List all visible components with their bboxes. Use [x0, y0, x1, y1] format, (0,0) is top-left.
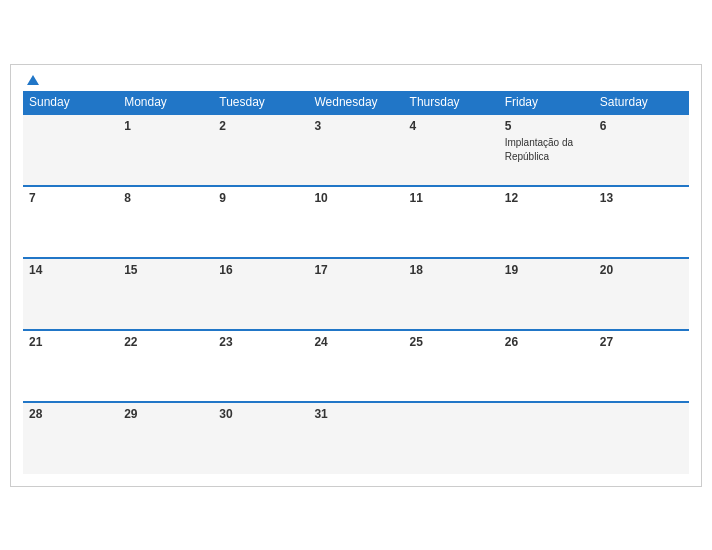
calendar-cell: 14 [23, 258, 118, 330]
weekday-header-saturday: Saturday [594, 91, 689, 114]
calendar-cell: 15 [118, 258, 213, 330]
day-number: 17 [314, 263, 397, 277]
calendar-cell: 29 [118, 402, 213, 474]
calendar-cell: 7 [23, 186, 118, 258]
calendar-cell: 31 [308, 402, 403, 474]
calendar-cell: 6 [594, 114, 689, 186]
calendar-cell: 4 [404, 114, 499, 186]
day-number: 31 [314, 407, 397, 421]
day-number: 15 [124, 263, 207, 277]
logo [23, 75, 39, 85]
calendar-cell: 24 [308, 330, 403, 402]
calendar-cell: 28 [23, 402, 118, 474]
weekday-header-tuesday: Tuesday [213, 91, 308, 114]
weekday-header-friday: Friday [499, 91, 594, 114]
weekday-header-sunday: Sunday [23, 91, 118, 114]
day-number: 11 [410, 191, 493, 205]
day-number: 8 [124, 191, 207, 205]
week-row-1: 12345Implantação da República6 [23, 114, 689, 186]
weekday-header-monday: Monday [118, 91, 213, 114]
day-number: 22 [124, 335, 207, 349]
day-number: 16 [219, 263, 302, 277]
day-number: 30 [219, 407, 302, 421]
day-number: 1 [124, 119, 207, 133]
day-number: 25 [410, 335, 493, 349]
day-number: 20 [600, 263, 683, 277]
day-number: 28 [29, 407, 112, 421]
calendar-cell: 25 [404, 330, 499, 402]
calendar-cell: 26 [499, 330, 594, 402]
calendar-cell: 22 [118, 330, 213, 402]
calendar-cell: 3 [308, 114, 403, 186]
day-number: 21 [29, 335, 112, 349]
calendar-cell: 5Implantação da República [499, 114, 594, 186]
day-number: 24 [314, 335, 397, 349]
calendar-cell: 30 [213, 402, 308, 474]
calendar-cell: 20 [594, 258, 689, 330]
day-number: 7 [29, 191, 112, 205]
day-number: 13 [600, 191, 683, 205]
calendar-header [23, 75, 689, 85]
calendar: SundayMondayTuesdayWednesdayThursdayFrid… [10, 64, 702, 487]
day-number: 9 [219, 191, 302, 205]
day-number: 23 [219, 335, 302, 349]
calendar-cell: 12 [499, 186, 594, 258]
calendar-cell: 8 [118, 186, 213, 258]
calendar-cell: 16 [213, 258, 308, 330]
day-number: 27 [600, 335, 683, 349]
day-number: 6 [600, 119, 683, 133]
day-number: 18 [410, 263, 493, 277]
week-row-5: 28293031 [23, 402, 689, 474]
day-number: 26 [505, 335, 588, 349]
calendar-table: SundayMondayTuesdayWednesdayThursdayFrid… [23, 91, 689, 474]
day-number: 29 [124, 407, 207, 421]
calendar-cell [594, 402, 689, 474]
logo-triangle-icon [27, 75, 39, 85]
week-row-3: 14151617181920 [23, 258, 689, 330]
calendar-cell: 11 [404, 186, 499, 258]
week-row-2: 78910111213 [23, 186, 689, 258]
weekday-header-wednesday: Wednesday [308, 91, 403, 114]
day-number: 3 [314, 119, 397, 133]
week-row-4: 21222324252627 [23, 330, 689, 402]
calendar-cell: 10 [308, 186, 403, 258]
calendar-cell: 21 [23, 330, 118, 402]
logo-blue-text [23, 75, 39, 85]
weekday-header-row: SundayMondayTuesdayWednesdayThursdayFrid… [23, 91, 689, 114]
calendar-cell: 19 [499, 258, 594, 330]
calendar-cell: 2 [213, 114, 308, 186]
calendar-cell [404, 402, 499, 474]
day-number: 19 [505, 263, 588, 277]
day-number: 5 [505, 119, 588, 133]
calendar-cell: 1 [118, 114, 213, 186]
calendar-cell: 13 [594, 186, 689, 258]
event-label: Implantação da República [505, 137, 573, 162]
calendar-cell: 18 [404, 258, 499, 330]
weekday-header-thursday: Thursday [404, 91, 499, 114]
calendar-cell [23, 114, 118, 186]
calendar-cell: 23 [213, 330, 308, 402]
calendar-cell: 17 [308, 258, 403, 330]
day-number: 4 [410, 119, 493, 133]
calendar-cell [499, 402, 594, 474]
calendar-cell: 9 [213, 186, 308, 258]
day-number: 2 [219, 119, 302, 133]
day-number: 12 [505, 191, 588, 205]
calendar-cell: 27 [594, 330, 689, 402]
day-number: 10 [314, 191, 397, 205]
day-number: 14 [29, 263, 112, 277]
